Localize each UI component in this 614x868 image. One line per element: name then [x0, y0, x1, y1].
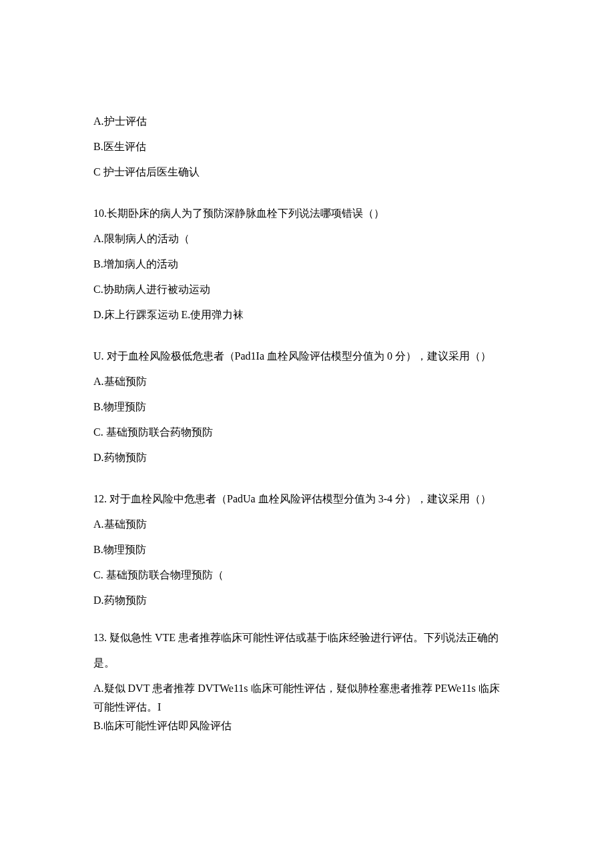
question-10: 10.长期卧床的病人为了预防深静脉血栓下列说法哪项错误（） A.限制病人的活动（…	[93, 205, 521, 323]
question-13: 13. 疑似急性 VTE 患者推荐临床可能性评估或基于临床经验进行评估。下列说法…	[93, 630, 521, 734]
q9-option-b: B.医生评估	[93, 139, 521, 155]
q13-question-text-l2: 是。	[93, 655, 521, 671]
q10-option-c: C.协助病人进行被动运动	[93, 282, 521, 298]
q12-option-c: C. 基础预防联合物理预防（	[93, 567, 521, 583]
q10-option-d: D.床上行踝泵运动 E.使用弹力袜	[93, 307, 521, 323]
q11-option-b: B.物理预防	[93, 399, 521, 415]
q12-question-text: 12. 对于血栓风险中危患者（PadUa 血栓风险评估模型分值为 3-4 分），…	[93, 491, 521, 507]
q10-question-text: 10.长期卧床的病人为了预防深静脉血栓下列说法哪项错误（）	[93, 205, 521, 222]
q13-option-a-l2: 可能性评估。I	[93, 699, 521, 715]
q11-option-d: D.药物预防	[93, 450, 521, 466]
q11-option-c: C. 基础预防联合药物预防	[93, 424, 521, 440]
q12-option-a: A.基础预防	[93, 516, 521, 532]
question-9-partial: A.护士评估 B.医生评估 C 护士评估后医生确认	[93, 113, 521, 180]
q11-option-a: A.基础预防	[93, 374, 521, 390]
q12-option-d: D.药物预防	[93, 592, 521, 608]
q9-option-c: C 护士评估后医生确认	[93, 164, 521, 180]
q12-option-b: B.物理预防	[93, 542, 521, 558]
question-12: 12. 对于血栓风险中危患者（PadUa 血栓风险评估模型分值为 3-4 分），…	[93, 491, 521, 608]
q10-option-b: B.增加病人的活动	[93, 256, 521, 272]
q10-option-a: A.限制病人的活动（	[93, 231, 521, 247]
q9-option-a: A.护士评估	[93, 113, 521, 129]
q13-option-a-l1: A.疑似 DVT 患者推荐 DVTWe11s 临床可能性评估，疑似肺栓塞患者推荐…	[93, 681, 521, 697]
q13-option-b: B.临床可能性评估即风险评估	[93, 718, 521, 734]
q11-question-text: U. 对于血栓风险极低危患者（Pad1Ia 血栓风险评估模型分值为 0 分），建…	[93, 348, 521, 364]
q13-question-text-l1: 13. 疑似急性 VTE 患者推荐临床可能性评估或基于临床经验进行评估。下列说法…	[93, 630, 521, 646]
question-11: U. 对于血栓风险极低危患者（Pad1Ia 血栓风险评估模型分值为 0 分），建…	[93, 348, 521, 466]
